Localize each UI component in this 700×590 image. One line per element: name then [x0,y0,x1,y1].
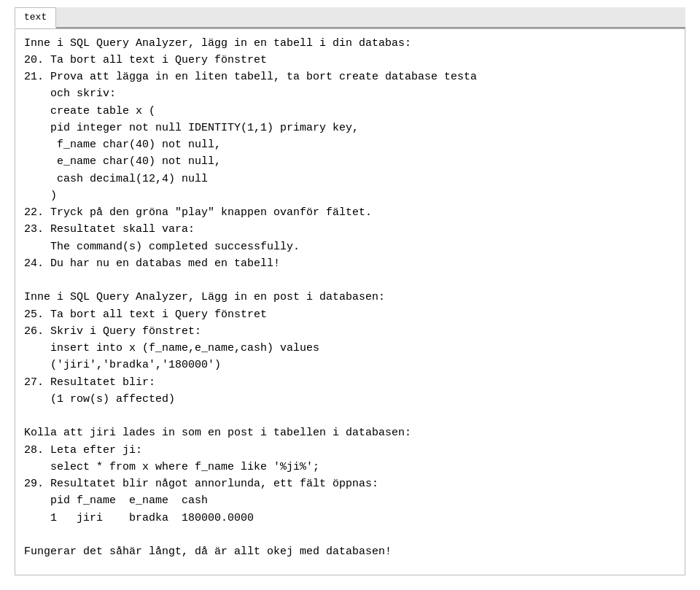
content-line: 1 jiri bradka 180000.0000 [24,510,676,527]
content-line: The command(s) completed successfully. [24,238,676,255]
content-line [24,527,676,543]
content-line: (1 row(s) affected) [24,391,676,408]
content-line [24,272,676,289]
content-line: 26. Skriv i Query fönstret: [24,323,676,340]
content-line: select * from x where f_name like '%ji%'… [24,459,676,476]
content-line [24,408,676,424]
content-line: Inne i SQL Query Analyzer, lägg in en ta… [24,35,676,52]
content-line: ) [24,187,676,204]
content-line: Fungerar det såhär långt, då är allt oke… [24,543,676,560]
content-line: 21. Prova att lägga in en liten tabell, … [24,69,676,85]
tab-text[interactable]: text [15,7,56,28]
content-line: 24. Du har nu en databas med en tabell! [24,255,676,272]
tab-bar: text [15,7,685,28]
content-line: 22. Tryck på den gröna "play" knappen ov… [24,204,676,221]
content-line: 27. Resultatet blir: [24,374,676,391]
content-block: Inne i SQL Query Analyzer, lägg in en ta… [24,35,676,561]
content-line: 29. Resultatet blir något annorlunda, et… [24,476,676,492]
content-line: och skriv: [24,85,676,102]
content-line: cash decimal(12,4) null [24,171,676,187]
content-line: f_name char(40) not null, [24,136,676,153]
content-line: ('jiri','bradka','180000') [24,357,676,373]
content-line: pid f_name e_name cash [24,492,676,509]
content-line: insert into x (f_name,e_name,cash) value… [24,340,676,357]
content-line: Kolla att jiri lades in som en post i ta… [24,424,676,441]
content-line: 28. Leta efter ji: [24,442,676,459]
main-area: Inne i SQL Query Analyzer, lägg in en ta… [15,28,685,575]
content-line: 20. Ta bort all text i Query fönstret [24,52,676,69]
content-line: 23. Resultatet skall vara: [24,221,676,238]
content-line: create table x ( [24,103,676,120]
content-line: pid integer not null IDENTITY(1,1) prima… [24,120,676,136]
content-line: Inne i SQL Query Analyzer, Lägg in en po… [24,289,676,306]
content-line: e_name char(40) not null, [24,153,676,170]
content-line: 25. Ta bort all text i Query fönstret [24,306,676,323]
